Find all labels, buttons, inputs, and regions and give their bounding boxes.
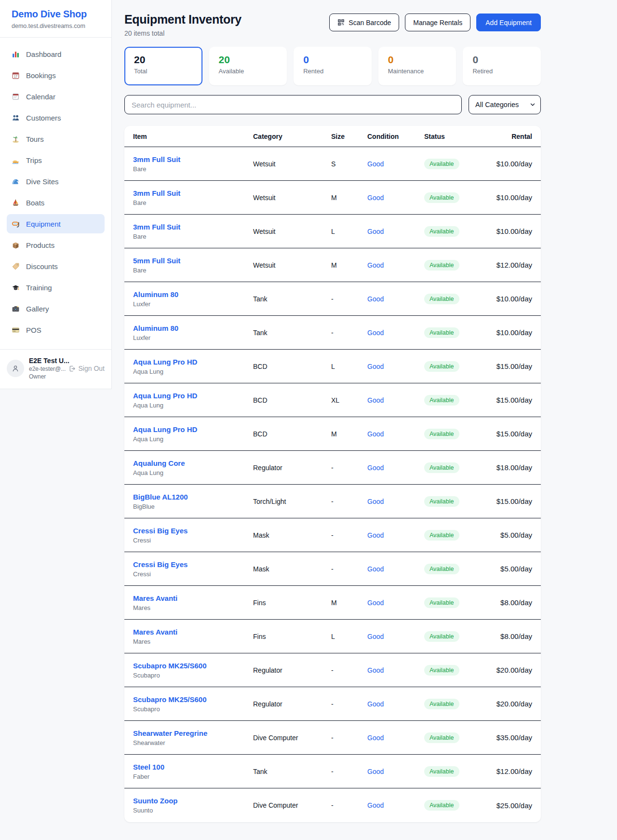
sidebar-item-trips[interactable]: Trips: [7, 150, 105, 170]
sidebar-item-discounts[interactable]: Discounts: [7, 257, 105, 276]
sidebar-item-calendar[interactable]: Calendar: [7, 87, 105, 106]
item-name-link[interactable]: Cressi Big Eyes: [133, 560, 188, 569]
item-cell: Aqualung Core Aqua Lung: [133, 459, 253, 476]
item-name-link[interactable]: BigBlue AL1200: [133, 493, 188, 501]
item-category: Wetsuit: [253, 160, 331, 168]
item-condition-link[interactable]: Good: [367, 768, 384, 775]
sidebar-item-dashboard[interactable]: Dashboard: [7, 44, 105, 64]
item-condition-link[interactable]: Good: [367, 194, 384, 202]
sidebar-item-label: Customers: [26, 114, 61, 122]
item-name-link[interactable]: Steel 100: [133, 763, 164, 771]
sidebar-item-gallery[interactable]: Gallery: [7, 299, 105, 318]
item-condition-link[interactable]: Good: [367, 261, 384, 269]
search-input[interactable]: [124, 95, 462, 114]
stat-label: Rented: [303, 68, 362, 75]
item-name-link[interactable]: 5mm Full Suit: [133, 257, 180, 265]
sidebar-item-dive-sites[interactable]: Dive Sites: [7, 172, 105, 191]
manage-rentals-button[interactable]: Manage Rentals: [405, 14, 470, 31]
item-cell: 5mm Full Suit Bare: [133, 257, 253, 274]
sidebar-item-pos[interactable]: POS: [7, 320, 105, 339]
item-condition-link[interactable]: Good: [367, 295, 384, 303]
stat-card-retired[interactable]: 0 Retired: [463, 47, 541, 85]
stat-value: 0: [388, 54, 447, 66]
item-cell: Mares Avanti Mares: [133, 594, 253, 611]
item-condition-link[interactable]: Good: [367, 498, 384, 505]
item-name-link[interactable]: Aqualung Core: [133, 459, 185, 467]
item-brand: Shearwater: [133, 739, 253, 746]
sign-out-button[interactable]: Sign Out: [68, 365, 105, 372]
shop-logo[interactable]: Demo Dive Shop: [12, 9, 100, 20]
item-name-link[interactable]: 3mm Full Suit: [133, 189, 180, 197]
item-condition-link[interactable]: Good: [367, 700, 384, 708]
item-rental: $20.00/day: [487, 700, 532, 708]
item-size: -: [331, 531, 367, 539]
item-condition-link[interactable]: Good: [367, 396, 384, 404]
column-header-category: Category: [253, 133, 331, 140]
stat-card-available[interactable]: 20 Available: [209, 47, 287, 85]
sidebar-item-label: Gallery: [26, 305, 49, 313]
pos-icon: [12, 326, 20, 334]
sign-out-icon: [68, 365, 76, 372]
item-rental: $15.00/day: [487, 362, 532, 370]
item-name-link[interactable]: 3mm Full Suit: [133, 223, 180, 231]
item-condition-link[interactable]: Good: [367, 430, 384, 438]
brand-block: Demo Dive Shop demo.test.divestreams.com: [0, 0, 111, 38]
sidebar-item-label: POS: [26, 326, 41, 334]
item-name-link[interactable]: Cressi Big Eyes: [133, 527, 188, 535]
item-category: Mask: [253, 531, 331, 539]
item-brand: Luxfer: [133, 300, 253, 308]
item-size: L: [331, 633, 367, 640]
item-condition-link[interactable]: Good: [367, 599, 384, 607]
sidebar-item-bookings[interactable]: Bookings: [7, 66, 105, 85]
item-name-link[interactable]: Aqua Lung Pro HD: [133, 392, 197, 400]
status-badge: Available: [424, 530, 459, 541]
item-condition-link[interactable]: Good: [367, 329, 384, 337]
item-condition-link[interactable]: Good: [367, 633, 384, 640]
status-badge: Available: [424, 665, 459, 676]
sidebar-item-label: Discounts: [26, 262, 58, 271]
stat-card-rented[interactable]: 0 Rented: [294, 47, 372, 85]
item-rental: $15.00/day: [487, 430, 532, 438]
item-condition-link[interactable]: Good: [367, 363, 384, 370]
item-name-link[interactable]: Suunto Zoop: [133, 797, 177, 805]
item-condition-link[interactable]: Good: [367, 160, 384, 168]
item-condition-link[interactable]: Good: [367, 464, 384, 472]
table-row: Aqua Lung Pro HD Aqua Lung BCD XL Good A…: [124, 383, 541, 417]
sidebar-item-tours[interactable]: Tours: [7, 129, 105, 149]
item-condition-link[interactable]: Good: [367, 228, 384, 235]
item-cell: Scubapro MK25/S600 Scubapro: [133, 662, 253, 679]
item-condition-link[interactable]: Good: [367, 565, 384, 573]
item-name-link[interactable]: Shearwater Peregrine: [133, 729, 207, 737]
item-name-link[interactable]: Scubapro MK25/S600: [133, 662, 207, 670]
item-size: -: [331, 666, 367, 674]
item-name-link[interactable]: Aqua Lung Pro HD: [133, 425, 197, 434]
item-name-link[interactable]: 3mm Full Suit: [133, 155, 180, 163]
item-name-link[interactable]: Mares Avanti: [133, 628, 177, 636]
item-name-link[interactable]: Mares Avanti: [133, 594, 177, 602]
filters-row: All Categories: [124, 95, 541, 114]
item-condition-link[interactable]: Good: [367, 531, 384, 539]
stat-card-maintenance[interactable]: 0 Maintenance: [378, 47, 456, 85]
status-badge: Available: [424, 395, 459, 406]
sidebar-item-customers[interactable]: Customers: [7, 108, 105, 127]
item-name-link[interactable]: Scubapro MK25/S600: [133, 695, 207, 704]
item-category: BCD: [253, 430, 331, 438]
item-condition-link[interactable]: Good: [367, 734, 384, 742]
add-equipment-button[interactable]: Add Equipment: [476, 14, 541, 31]
item-category: Wetsuit: [253, 194, 331, 202]
sidebar-item-products[interactable]: Products: [7, 235, 105, 255]
sidebar-item-equipment[interactable]: Equipment: [7, 214, 105, 233]
sidebar-item-training[interactable]: Training: [7, 278, 105, 297]
item-name-link[interactable]: Aluminum 80: [133, 324, 178, 332]
item-name-link[interactable]: Aluminum 80: [133, 290, 178, 298]
stat-card-total[interactable]: 20 Total: [124, 47, 202, 85]
item-condition-link[interactable]: Good: [367, 666, 384, 674]
sidebar-item-boats[interactable]: Boats: [7, 193, 105, 212]
stat-value: 0: [472, 54, 531, 66]
boats-icon: [12, 199, 20, 207]
item-name-link[interactable]: Aqua Lung Pro HD: [133, 358, 197, 366]
item-condition-link[interactable]: Good: [367, 801, 384, 809]
table-row: Suunto Zoop Suunto Dive Computer - Good …: [124, 788, 541, 822]
scan-barcode-button[interactable]: Scan Barcode: [329, 14, 399, 31]
category-select[interactable]: All Categories: [469, 95, 541, 114]
